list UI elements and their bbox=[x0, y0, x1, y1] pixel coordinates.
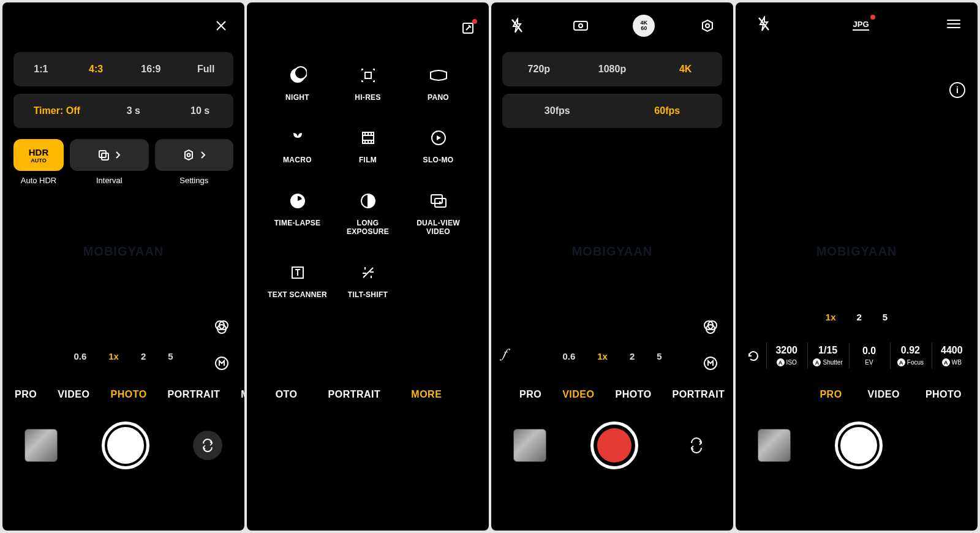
aspect-1-1[interactable]: 1:1 bbox=[13, 64, 69, 75]
param-shutter[interactable]: 1/15 AShutter bbox=[807, 342, 847, 369]
param-value: 3200 bbox=[775, 345, 797, 356]
aperture-icon[interactable]: 𝑓 bbox=[502, 346, 506, 361]
mode-pro[interactable]: PRO bbox=[820, 389, 842, 400]
fps-60[interactable]: 60fps bbox=[612, 105, 723, 116]
mode-tiltshift[interactable]: TILT-SHIFT bbox=[336, 261, 400, 299]
timer-10s[interactable]: 10 s bbox=[167, 105, 233, 116]
timer-3s[interactable]: 3 s bbox=[100, 105, 167, 116]
aspect-icon[interactable] bbox=[570, 15, 592, 37]
flash-off-icon[interactable] bbox=[753, 13, 775, 35]
close-icon[interactable] bbox=[210, 15, 232, 37]
zoom-2[interactable]: 2 bbox=[630, 351, 635, 361]
resolution-badge[interactable]: 4K 60 bbox=[633, 15, 655, 37]
mode-slomo[interactable]: SLO-MO bbox=[406, 126, 470, 164]
svg-rect-19 bbox=[574, 21, 587, 30]
hdr-button[interactable]: HDR AUTO bbox=[13, 139, 64, 171]
timer-off[interactable]: Timer: Off bbox=[13, 105, 100, 116]
mode-photo[interactable]: PHOTO bbox=[615, 389, 651, 400]
svg-point-10 bbox=[295, 67, 307, 79]
zoom-1x[interactable]: 1x bbox=[108, 351, 119, 361]
info-icon[interactable]: i bbox=[949, 82, 965, 98]
record-button[interactable] bbox=[590, 421, 638, 469]
res-1080p[interactable]: 1080p bbox=[576, 64, 649, 75]
mode-night[interactable]: NIGHT bbox=[265, 64, 330, 102]
param-iso[interactable]: 3200 AISO bbox=[766, 342, 806, 369]
edit-button[interactable] bbox=[461, 21, 475, 38]
mode-portrait[interactable]: PORTRAIT bbox=[673, 389, 725, 400]
mode-photo[interactable]: PHOTO bbox=[925, 389, 962, 400]
aspect-ratio-selector: 1:1 4:3 16:9 Full bbox=[13, 52, 233, 86]
ai-icon[interactable] bbox=[210, 352, 233, 375]
mode-label: PANO bbox=[428, 93, 449, 102]
filters-icon[interactable] bbox=[210, 315, 233, 338]
switch-camera-button[interactable] bbox=[193, 431, 222, 460]
mode-label: HI-RES bbox=[355, 93, 380, 102]
chevron-right-icon bbox=[115, 151, 121, 159]
res-4k[interactable]: 4K bbox=[649, 64, 722, 75]
mode-textscanner[interactable]: TEXT SCANNER bbox=[265, 261, 330, 299]
interval-label: Interval bbox=[70, 176, 149, 185]
screen-pro: JPG i MOBIGYAAN 1x 2 5 3200 AISO 1/15 AS… bbox=[736, 2, 978, 531]
aspect-full[interactable]: Full bbox=[178, 64, 233, 75]
format-badge[interactable]: JPG bbox=[853, 18, 869, 29]
gallery-thumbnail[interactable] bbox=[513, 429, 546, 462]
mode-pro[interactable]: PRO bbox=[519, 389, 541, 400]
mode-video[interactable]: VIDEO bbox=[868, 389, 900, 400]
svg-rect-11 bbox=[365, 72, 371, 78]
mode-selector[interactable]: OTO PORTRAIT MORE bbox=[247, 381, 489, 408]
gallery-thumbnail[interactable] bbox=[24, 429, 58, 462]
right-tools bbox=[699, 315, 722, 375]
mode-video[interactable]: VIDEO bbox=[58, 389, 89, 400]
reset-icon[interactable] bbox=[742, 349, 765, 363]
mode-film[interactable]: FILM bbox=[336, 126, 400, 164]
watermark: MOBIGYAAN bbox=[816, 244, 897, 259]
zoom-1x[interactable]: 1x bbox=[826, 312, 836, 322]
shutter-button[interactable] bbox=[102, 421, 149, 469]
mode-selector[interactable]: PRO VIDEO PHOTO PORTRAIT MORE bbox=[2, 381, 244, 408]
zoom-5[interactable]: 5 bbox=[657, 351, 662, 361]
mode-selector[interactable]: PRO VIDEO PHOTO bbox=[736, 381, 978, 408]
filters-icon[interactable] bbox=[699, 315, 722, 338]
settings-icon[interactable] bbox=[696, 15, 718, 37]
gallery-thumbnail[interactable] bbox=[758, 429, 791, 462]
aspect-4-3[interactable]: 4:3 bbox=[69, 64, 124, 75]
zoom-5[interactable]: 5 bbox=[883, 312, 888, 322]
param-focus[interactable]: 0.92 AFocus bbox=[890, 342, 930, 369]
mode-portrait[interactable]: PORTRAIT bbox=[328, 389, 381, 400]
mode-timelapse[interactable]: TIME-LAPSE bbox=[265, 189, 330, 236]
menu-icon[interactable] bbox=[947, 20, 960, 28]
switch-camera-button[interactable] bbox=[682, 431, 711, 460]
settings-button[interactable] bbox=[155, 139, 234, 171]
param-ev[interactable]: 0.0 EV bbox=[849, 343, 889, 368]
mode-more[interactable]: MORE bbox=[241, 389, 244, 400]
zoom-2[interactable]: 2 bbox=[857, 312, 862, 322]
mode-more[interactable]: MORE bbox=[411, 389, 442, 400]
res-720p[interactable]: 720p bbox=[502, 64, 576, 75]
zoom-1x[interactable]: 1x bbox=[597, 351, 608, 361]
shutter-row bbox=[491, 421, 733, 469]
mode-macro[interactable]: MACRO bbox=[265, 126, 330, 164]
switch-camera-icon bbox=[688, 437, 704, 453]
zoom-2[interactable]: 2 bbox=[141, 351, 146, 361]
zoom-5[interactable]: 5 bbox=[168, 351, 173, 361]
interval-button[interactable] bbox=[70, 139, 149, 171]
fps-30[interactable]: 30fps bbox=[502, 105, 612, 116]
param-wb[interactable]: 4400 AWB bbox=[932, 342, 971, 369]
mode-video[interactable]: VIDEO bbox=[562, 389, 594, 400]
zoom-0-6[interactable]: 0.6 bbox=[562, 351, 575, 361]
mode-photo-partial[interactable]: OTO bbox=[276, 389, 298, 400]
mode-pro[interactable]: PRO bbox=[15, 389, 37, 400]
aspect-16-9[interactable]: 16:9 bbox=[124, 64, 179, 75]
macro-icon bbox=[286, 126, 309, 149]
mode-selector[interactable]: PRO VIDEO PHOTO PORTRAIT bbox=[491, 381, 733, 408]
mode-hires[interactable]: HI-RES bbox=[336, 64, 400, 102]
flash-off-icon[interactable] bbox=[506, 15, 528, 37]
mode-pano[interactable]: PANO bbox=[406, 64, 470, 102]
mode-portrait[interactable]: PORTRAIT bbox=[168, 389, 221, 400]
mode-dualview[interactable]: DUAL-VIEW VIDEO bbox=[406, 189, 470, 236]
ai-icon[interactable] bbox=[699, 352, 722, 375]
zoom-0-6[interactable]: 0.6 bbox=[74, 351, 86, 361]
shutter-button[interactable] bbox=[835, 421, 883, 469]
mode-longexposure[interactable]: LONG EXPOSURE bbox=[336, 189, 400, 236]
mode-photo[interactable]: PHOTO bbox=[110, 389, 146, 400]
